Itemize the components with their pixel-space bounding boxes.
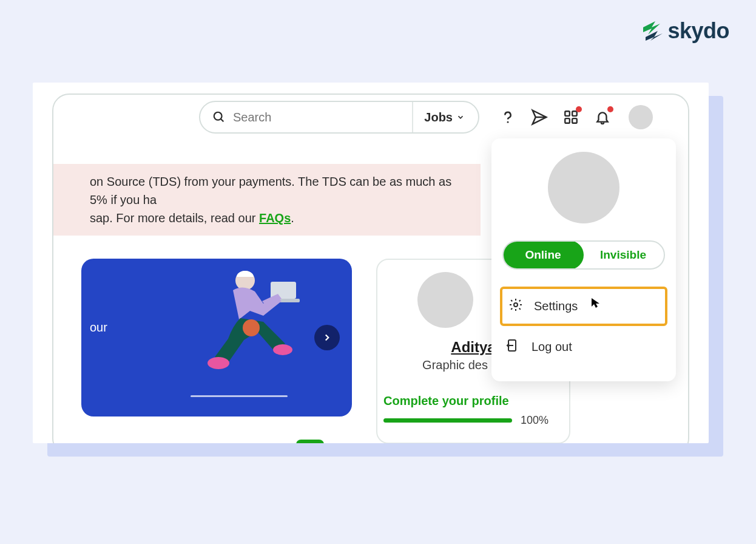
tds-banner: on Source (TDS) from your payments. The … [53,164,481,236]
faq-link[interactable]: FAQs [259,211,291,225]
profile-card-avatar[interactable] [417,272,473,328]
dropdown-avatar[interactable] [548,152,619,223]
search-icon [212,110,226,124]
complete-profile-link[interactable]: Complete your profile [383,394,509,408]
promo-card[interactable]: our [81,259,352,416]
search-bar[interactable]: Jobs [199,101,479,134]
brand-logo: skydo [640,18,729,44]
topbar-icon-group [499,105,653,129]
profile-dropdown: Online Invisible Settings [491,138,676,381]
cursor-icon [591,298,601,308]
svg-rect-6 [565,118,570,123]
apps-notification-dot [576,106,582,112]
banner-line-2-prefix: sap. For more details, read our [90,211,259,225]
svg-rect-7 [572,118,577,123]
topbar: Jobs [53,95,688,140]
svg-point-11 [243,319,260,336]
svg-line-1 [221,119,224,122]
banner-line-2-suffix: . [291,211,294,225]
status-invisible-option[interactable]: Invisible [582,242,664,268]
status-toggle[interactable]: Online Invisible [502,240,665,270]
banner-line-1: on Source (TDS) from your payments. The … [90,175,451,206]
svg-point-13 [273,344,292,355]
search-category-selector[interactable]: Jobs [412,102,476,132]
search-category-label: Jobs [424,110,453,124]
profile-name-link[interactable]: Aditya [451,339,495,356]
search-input[interactable] [233,110,405,124]
svg-point-2 [507,121,509,123]
promo-illustration [172,266,312,396]
svg-rect-4 [565,111,570,116]
svg-point-14 [514,303,518,307]
apps-button[interactable] [562,108,580,126]
logout-menu-item[interactable]: Log out [500,330,667,364]
send-button[interactable] [530,108,548,126]
logout-label: Log out [532,340,572,354]
settings-menu-item[interactable]: Settings [500,287,667,326]
profile-role: Graphic des [422,358,488,372]
chevron-down-icon [456,110,465,124]
svg-point-12 [208,357,229,369]
progress-row: 100% [383,414,548,427]
progress-percent: 100% [521,414,548,427]
promo-next-button[interactable] [314,325,340,350]
brand-mark-icon [640,19,664,43]
status-online-option[interactable]: Online [502,240,584,270]
settings-label: Settings [534,299,578,313]
logout-icon [506,338,521,356]
promo-partial-text: our [90,321,107,335]
topbar-avatar[interactable] [629,105,653,129]
progress-bar [383,418,512,423]
chat-fab-partial[interactable] [296,440,324,443]
brand-text: skydo [667,18,729,44]
screenshot-frame: Jobs [33,83,709,443]
svg-rect-5 [572,111,577,116]
notifications-dot [607,106,613,112]
app-window: Jobs [52,93,689,443]
help-button[interactable] [499,108,517,126]
svg-point-0 [214,112,222,120]
gear-icon [508,298,523,315]
promo-indicator [191,395,288,397]
notifications-button[interactable] [593,108,612,126]
